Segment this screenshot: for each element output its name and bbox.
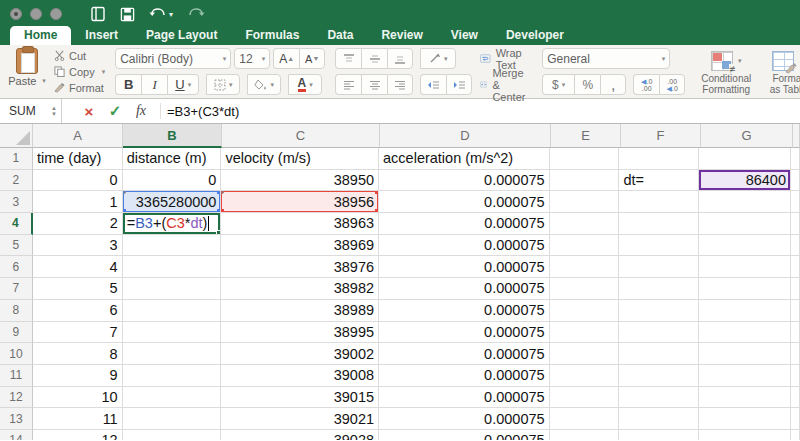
select-all-corner[interactable] (0, 124, 33, 148)
cell-F4[interactable] (619, 213, 699, 235)
cell-B1[interactable]: distance (m) (123, 148, 222, 170)
cell-F2[interactable]: dt= (619, 170, 699, 192)
cell-E5[interactable] (550, 235, 620, 257)
insert-function-button[interactable]: fx (128, 103, 154, 119)
cell-G4[interactable] (699, 213, 791, 235)
cell-A6[interactable]: 4 (33, 256, 123, 278)
cell-A7[interactable]: 5 (33, 278, 123, 300)
cell-B14[interactable] (123, 430, 222, 440)
cell-D7[interactable]: 0.000075 (379, 278, 550, 300)
cell-E6[interactable] (550, 256, 620, 278)
currency-button[interactable]: $▾ (542, 74, 574, 95)
cell-C7[interactable]: 38982 (221, 278, 379, 300)
cell-F1[interactable] (619, 148, 699, 170)
comma-button[interactable]: , (600, 74, 626, 95)
italic-button[interactable]: I (141, 74, 167, 95)
font-size-select[interactable]: 12▾ (234, 48, 270, 69)
tab-page-layout[interactable]: Page Layout (132, 26, 231, 45)
row-header-10[interactable]: 10 (0, 343, 33, 365)
row-header-1[interactable]: 1 (0, 148, 33, 170)
align-top-button[interactable] (335, 48, 361, 69)
cell-C13[interactable]: 39021 (221, 408, 379, 430)
cell-C8[interactable]: 38989 (221, 300, 379, 322)
column-header-D[interactable]: D (380, 124, 551, 148)
font-name-select[interactable]: Calibri (Body)▾ (115, 48, 231, 69)
cell-B8[interactable] (123, 300, 222, 322)
cell-E7[interactable] (550, 278, 620, 300)
cell-G10[interactable] (699, 343, 791, 365)
cell-D11[interactable]: 0.000075 (379, 365, 550, 387)
cell-F8[interactable] (619, 300, 699, 322)
row-header-6[interactable]: 6 (0, 256, 33, 278)
merge-center-button[interactable]: Merge & Center (480, 74, 532, 95)
cell-G2[interactable]: 86400 (699, 170, 791, 192)
percent-button[interactable]: % (574, 74, 600, 95)
increase-indent-button[interactable] (446, 74, 472, 95)
cell-C5[interactable]: 38969 (221, 235, 379, 257)
cell-A4[interactable]: 2 (33, 213, 123, 235)
save-icon[interactable] (120, 7, 135, 22)
borders-button[interactable]: ▾ (206, 74, 240, 95)
confirm-formula-button[interactable]: ✓ (102, 102, 128, 120)
tab-review[interactable]: Review (367, 26, 436, 45)
cell-E3[interactable] (550, 191, 620, 213)
cell-B4[interactable]: =B3+(C3*dt) (123, 213, 222, 235)
align-left-button[interactable] (335, 74, 361, 95)
cell-D13[interactable]: 0.000075 (379, 408, 550, 430)
cell-D5[interactable]: 0.000075 (379, 235, 550, 257)
cell-G12[interactable] (699, 387, 791, 409)
grow-font-button[interactable]: A▲ (273, 48, 299, 69)
cell-F7[interactable] (619, 278, 699, 300)
column-header-B[interactable]: B (123, 124, 222, 148)
tab-formulas[interactable]: Formulas (231, 26, 313, 45)
column-header-C[interactable]: C (222, 124, 380, 148)
tab-developer[interactable]: Developer (492, 26, 578, 45)
cell-C3[interactable]: 38956 (221, 191, 379, 213)
cell-B10[interactable] (123, 343, 222, 365)
cell-B9[interactable] (123, 322, 222, 344)
row-header-3[interactable]: 3 (0, 191, 33, 213)
cell-F11[interactable] (619, 365, 699, 387)
row-header-11[interactable]: 11 (0, 365, 33, 387)
copy-button[interactable]: Copy▾ (54, 64, 105, 79)
cell-E14[interactable] (550, 430, 620, 440)
paste-dropdown-icon[interactable]: ▾ (42, 77, 46, 85)
undo-button[interactable]: ▾ (149, 7, 173, 21)
cell-F14[interactable] (619, 430, 699, 440)
tab-view[interactable]: View (437, 26, 492, 45)
align-center-button[interactable] (361, 74, 387, 95)
cell-A13[interactable]: 11 (33, 408, 123, 430)
cell-C11[interactable]: 39008 (221, 365, 379, 387)
fill-color-button[interactable]: ▾ (247, 74, 281, 95)
row-header-13[interactable]: 13 (0, 408, 33, 430)
cell-D2[interactable]: 0.000075 (379, 170, 550, 192)
font-color-button[interactable]: A▾ (288, 74, 322, 95)
cell-F6[interactable] (619, 256, 699, 278)
shrink-font-button[interactable]: A▼ (299, 48, 325, 69)
cell-G9[interactable] (699, 322, 791, 344)
row-header-7[interactable]: 7 (0, 278, 33, 300)
cell-B11[interactable] (123, 365, 222, 387)
increase-decimal-button[interactable]: ◀.0.00 (633, 74, 659, 95)
underline-button[interactable]: U▾ (167, 74, 199, 95)
cell-A9[interactable]: 7 (33, 322, 123, 344)
new-document-icon[interactable] (90, 6, 106, 22)
cut-button[interactable]: Cut (54, 48, 105, 63)
cell-E10[interactable] (550, 343, 620, 365)
cell-B3[interactable]: 3365280000 (123, 191, 222, 213)
align-middle-button[interactable] (361, 48, 387, 69)
name-box[interactable]: SUM ▲▼ (0, 99, 62, 123)
cell-A14[interactable]: 12 (33, 430, 123, 440)
fill-handle[interactable] (216, 230, 221, 235)
row-header-14[interactable]: 14 (0, 430, 33, 440)
name-box-stepper[interactable]: ▲▼ (51, 105, 57, 117)
cell-E1[interactable] (550, 148, 620, 170)
cell-E13[interactable] (550, 408, 620, 430)
bold-button[interactable]: B (115, 74, 141, 95)
tab-data[interactable]: Data (313, 26, 367, 45)
cell-D10[interactable]: 0.000075 (379, 343, 550, 365)
cell-A10[interactable]: 8 (33, 343, 123, 365)
cell-G7[interactable] (699, 278, 791, 300)
paste-button[interactable]: Paste▾ (6, 48, 48, 95)
cell-B6[interactable] (123, 256, 222, 278)
